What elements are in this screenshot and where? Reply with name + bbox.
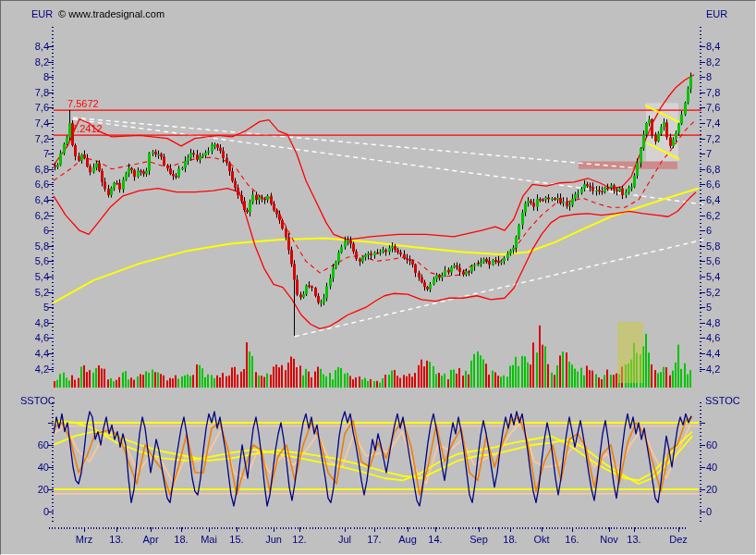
level-label-7-5672: 7.5672	[67, 98, 99, 109]
price-axis-label: 8,2	[35, 56, 49, 68]
price-axis-label: 7	[43, 148, 49, 159]
date-label: Jun	[265, 534, 282, 545]
price-axis-label: 4,4	[706, 348, 720, 359]
price-axis-label: 7,8	[706, 87, 720, 98]
price-axis-label: 5	[706, 302, 712, 313]
sstoc-axis-label: 0	[43, 506, 49, 517]
price-axis-label: 7,4	[35, 117, 49, 129]
price-axis-label: 7	[706, 148, 712, 159]
chart-canvas	[1, 1, 756, 555]
price-axis-label: 6	[706, 225, 712, 236]
price-axis-label: 6,6	[35, 179, 49, 190]
price-axis-label: 5,6	[706, 255, 720, 266]
date-label: 16.	[565, 534, 579, 545]
price-axis-label: 5,8	[35, 240, 49, 252]
price-axis-label: 6,2	[35, 210, 49, 221]
date-label: Okt	[533, 534, 549, 545]
sstoc-axis-label: 40	[706, 462, 717, 473]
date-label: Mrz	[76, 534, 92, 545]
sstoc-axis-label: 40	[38, 462, 49, 473]
price-axis-label: 8,4	[35, 41, 49, 52]
price-axis-label: 7,6	[706, 102, 720, 113]
copyright-watermark: © www.tradesignal.com	[58, 8, 165, 19]
price-axis-label: 6,4	[706, 194, 720, 205]
date-label: Mai	[201, 534, 217, 545]
price-axis-label: 5	[43, 302, 49, 313]
date-label: Apr	[142, 534, 158, 545]
date-label: 17.	[367, 534, 381, 545]
price-axis-label: 7,2	[706, 133, 720, 144]
price-axis-label: 6,6	[706, 179, 720, 190]
date-label: 15.	[229, 534, 243, 545]
date-label: Jul	[338, 534, 351, 545]
price-axis-label: 6,2	[706, 210, 720, 221]
date-label: 14.	[428, 534, 442, 545]
chart-window: EUR © www.tradesignal.com EUR 7.5672 7.2…	[0, 0, 756, 555]
sstoc-axis-label: 0	[706, 506, 712, 517]
date-label: 18.	[174, 534, 188, 545]
price-axis-label: 4,8	[35, 317, 49, 328]
date-label: 13.	[109, 534, 123, 545]
date-label: 13.	[627, 534, 640, 545]
price-axis-label: 4,4	[35, 348, 49, 359]
price-axis-label: 6,8	[35, 164, 49, 175]
sstoc-axis-label: 20	[38, 484, 49, 495]
price-axis-label: 6,8	[706, 164, 720, 175]
price-axis-label: 6	[43, 225, 49, 236]
price-axis-label: 7,8	[35, 87, 49, 98]
price-axis-label: 4,6	[706, 332, 720, 343]
price-axis-label: 8,2	[706, 56, 720, 68]
date-label: Nov	[600, 534, 618, 545]
level-label-7-2412: 7.2412	[71, 123, 103, 134]
price-axis-label: 5,6	[35, 255, 49, 266]
price-axis-label: 5,4	[706, 271, 720, 282]
date-label: Sep	[469, 534, 488, 545]
sstoc-panel-label-left: SSTOC	[20, 395, 55, 406]
price-axis-label: 5,2	[706, 287, 720, 298]
date-label: 18.	[503, 534, 517, 545]
price-axis-label: 5,2	[35, 287, 49, 298]
price-axis-label: 7,4	[706, 117, 720, 129]
price-axis-label: 7,6	[35, 102, 49, 113]
sstoc-axis-label: 60	[38, 439, 49, 450]
price-axis-label: 6,4	[35, 194, 49, 205]
price-axis-label: 4,6	[35, 332, 49, 343]
price-axis-label: 7,2	[35, 133, 49, 144]
price-axis-label: 8	[706, 71, 712, 82]
price-axis-label: 5,4	[35, 271, 49, 282]
currency-label-left: EUR	[31, 8, 53, 19]
price-axis-label: 8,4	[706, 41, 720, 52]
date-label: 12.	[292, 534, 306, 545]
price-axis-label: 5,8	[706, 240, 720, 252]
sstoc-axis-label: 20	[706, 484, 717, 495]
date-label: Aug	[398, 534, 417, 545]
currency-label-right: EUR	[706, 8, 727, 19]
price-axis-label: 4,8	[706, 317, 720, 328]
sstoc-axis-label: 60	[706, 439, 717, 450]
price-axis-label: 8	[43, 71, 49, 82]
price-axis-label: 4,2	[35, 364, 49, 375]
date-label: Dez	[669, 534, 688, 545]
sstoc-panel-label-right: SSTOC	[705, 395, 740, 406]
price-axis-label: 4,2	[706, 364, 720, 375]
